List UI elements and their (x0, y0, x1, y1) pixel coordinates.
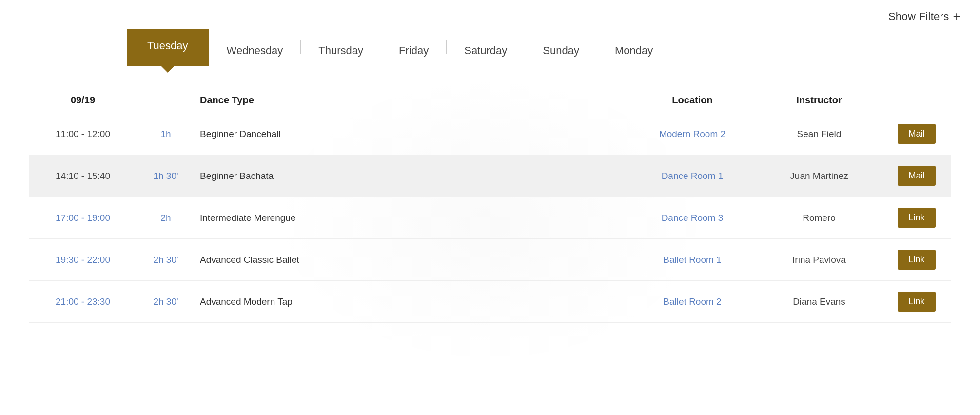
cell-action: Link (882, 208, 951, 228)
cell-instructor: Sean Field (756, 129, 882, 139)
action-button[interactable]: Link (898, 250, 935, 270)
cell-time: 21:00 - 23:30 (29, 296, 137, 307)
cell-time: 14:10 - 15:40 (29, 171, 137, 181)
show-filters-button[interactable]: Show Filters + (888, 9, 960, 24)
show-filters-label: Show Filters (888, 10, 949, 23)
cell-dance-type: Intermediate Merengue (195, 213, 629, 223)
cell-action: Mail (882, 124, 951, 144)
page-container: Show Filters + Tuesday Wednesday Thursda… (0, 0, 980, 415)
cell-location: Ballet Room 1 (629, 255, 756, 265)
cell-instructor: Juan Martinez (756, 171, 882, 181)
cell-location: Modern Room 2 (629, 129, 756, 139)
cell-location: Dance Room 1 (629, 171, 756, 181)
cell-location: Dance Room 3 (629, 213, 756, 223)
header-date: 09/19 (29, 95, 137, 106)
cell-action: Mail (882, 166, 951, 186)
action-button[interactable]: Mail (898, 124, 935, 144)
table-row: 17:00 - 19:00 2h Intermediate Merengue D… (29, 197, 951, 239)
table-row: 11:00 - 12:00 1h Beginner Dancehall Mode… (29, 113, 951, 155)
header-action (882, 95, 951, 106)
action-button[interactable]: Link (898, 208, 935, 228)
tab-saturday[interactable]: Saturday (447, 36, 525, 66)
cell-time: 19:30 - 22:00 (29, 255, 137, 265)
cell-instructor: Romero (756, 213, 882, 223)
tab-sunday[interactable]: Sunday (525, 36, 597, 66)
top-bar: Show Filters + (0, 0, 980, 29)
action-button[interactable]: Link (898, 292, 935, 312)
table-row: 19:30 - 22:00 2h 30' Advanced Classic Ba… (29, 239, 951, 281)
cell-duration: 2h (137, 213, 195, 223)
cell-duration: 2h 30' (137, 296, 195, 307)
cell-time: 11:00 - 12:00 (29, 129, 137, 139)
tab-tuesday[interactable]: Tuesday (127, 29, 209, 66)
header-location: Location (629, 95, 756, 106)
cell-dance-type: Beginner Dancehall (195, 129, 629, 139)
cell-action: Link (882, 292, 951, 312)
cell-instructor: Irina Pavlova (756, 255, 882, 265)
schedule-headers: 09/19 Dance Type Location Instructor (29, 90, 951, 113)
action-button[interactable]: Mail (898, 166, 935, 186)
table-row: 21:00 - 23:30 2h 30' Advanced Modern Tap… (29, 281, 951, 323)
cell-dance-type: Advanced Classic Ballet (195, 255, 629, 265)
cell-dance-type: Beginner Bachata (195, 171, 629, 181)
cell-action: Link (882, 250, 951, 270)
tab-friday[interactable]: Friday (381, 36, 446, 66)
header-duration (137, 95, 195, 106)
cell-duration: 2h 30' (137, 255, 195, 265)
tab-monday[interactable]: Monday (597, 36, 670, 66)
cell-location: Ballet Room 2 (629, 296, 756, 307)
tab-thursday[interactable]: Thursday (301, 36, 381, 66)
header-dance-type: Dance Type (195, 95, 629, 106)
tab-wednesday[interactable]: Wednesday (209, 36, 301, 66)
plus-icon: + (953, 9, 960, 24)
cell-duration: 1h (137, 129, 195, 139)
cell-time: 17:00 - 19:00 (29, 213, 137, 223)
schedule-area: 09/19 Dance Type Location Instructor 11:… (0, 75, 980, 337)
cell-duration: 1h 30' (137, 171, 195, 181)
day-tabs: Tuesday Wednesday Thursday Friday Saturd… (0, 29, 980, 66)
cell-dance-type: Advanced Modern Tap (195, 296, 629, 307)
cell-instructor: Diana Evans (756, 296, 882, 307)
table-row: 14:10 - 15:40 1h 30' Beginner Bachata Da… (29, 155, 951, 197)
schedule-rows: 11:00 - 12:00 1h Beginner Dancehall Mode… (29, 113, 951, 323)
header-instructor: Instructor (756, 95, 882, 106)
